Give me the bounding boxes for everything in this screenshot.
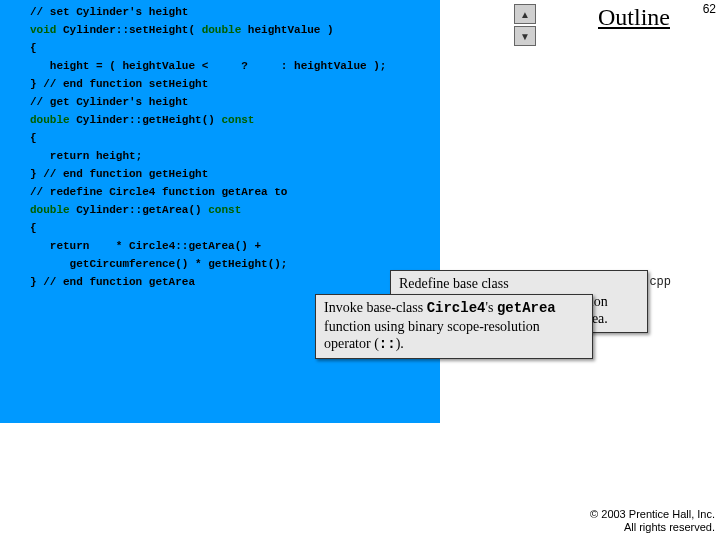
outline-link[interactable]: Outline xyxy=(598,4,670,31)
keyword-const: const xyxy=(208,204,241,216)
keyword-double: double xyxy=(30,114,70,126)
keyword-return: return xyxy=(30,150,89,162)
keyword-const: const xyxy=(221,114,254,126)
code-text: } // end function getHeight xyxy=(0,165,440,183)
code-text: { xyxy=(0,129,440,147)
keyword-void: void xyxy=(30,24,56,36)
copyright: © 2003 Prentice Hall, Inc. All rights re… xyxy=(590,508,715,534)
code-text: } // end function setHeight xyxy=(0,75,440,93)
nav-buttons: ▲ ▼ xyxy=(514,4,536,46)
code-text: // get Cylinder's height xyxy=(0,93,440,111)
code-text: return height; xyxy=(0,147,440,165)
code-text: double Cylinder::getArea() const xyxy=(0,201,440,219)
keyword-double: double xyxy=(202,24,242,36)
code-text: // redefine Circle4 function getArea to xyxy=(0,183,440,201)
code-text: getCircumference() * getHeight(); xyxy=(0,255,440,273)
code-text: return * Circle4::getArea() + xyxy=(0,237,440,255)
nav-up-button[interactable]: ▲ xyxy=(514,4,536,24)
keyword-return: return xyxy=(30,240,89,252)
keyword-double: double xyxy=(30,204,70,216)
code-text: } // end function getArea xyxy=(0,273,440,291)
copyright-line2: All rights reserved. xyxy=(590,521,715,534)
nav-down-button[interactable]: ▼ xyxy=(514,26,536,46)
code-text: void Cylinder::setHeight( double heightV… xyxy=(0,21,440,39)
code-block: // set Cylinder's height void Cylinder::… xyxy=(0,0,440,423)
code-text: height = ( heightValue < ? : heightValue… xyxy=(0,57,440,75)
code-text: { xyxy=(0,219,440,237)
code-text: // set Cylinder's height xyxy=(0,3,440,21)
code-text: { xyxy=(0,39,440,57)
chevron-up-icon: ▲ xyxy=(520,9,530,20)
copyright-line1: © 2003 Prentice Hall, Inc. xyxy=(590,508,715,521)
callout-invoke: Invoke base-class Circle4's getArea func… xyxy=(315,294,593,359)
page-number: 62 xyxy=(703,2,716,16)
chevron-down-icon: ▼ xyxy=(520,31,530,42)
code-text: double Cylinder::getHeight() const xyxy=(0,111,440,129)
